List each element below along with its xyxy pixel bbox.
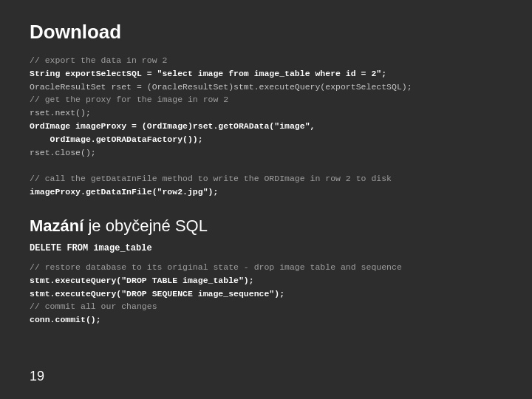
comment-1: // export the data in row 2 <box>30 55 167 65</box>
delete-label: DELETE FROM image_table <box>30 243 502 253</box>
code-line-11: imageProxy.getDataInFile("row2.jpg"); <box>30 185 502 199</box>
mazani-section: Mazání je obyčejné SQL DELETE FROM image… <box>30 199 502 327</box>
mazani-title-normal: je obyčejné SQL <box>83 216 208 235</box>
mazani-line-5: conn.commit(); <box>30 313 502 327</box>
mazani-comment-2: // commit all our changes <box>30 301 157 311</box>
code-bold-4: imageProxy.getDataInFile("row2.jpg"); <box>30 187 218 197</box>
code-line-3: OracleResultSet rset = (OracleResultSet)… <box>30 81 502 94</box>
download-code: // export the data in row 2 String expor… <box>30 54 502 199</box>
mazani-line-4: // commit all our changes <box>30 300 502 313</box>
code-line-9 <box>30 160 502 173</box>
mazani-title-bold: Mazání <box>30 216 83 235</box>
code-line-7: OrdImage.getORADataFactory()); <box>30 133 502 146</box>
mazani-bold-1: stmt.executeQuery("DROP TABLE image_tabl… <box>30 276 254 285</box>
mazani-line-2: stmt.executeQuery("DROP TABLE image_tabl… <box>30 274 502 287</box>
code-bold-1: String exportSelectSQL = "select image f… <box>30 69 386 78</box>
code-bold-3: OrdImage.getORADataFactory()); <box>30 134 203 144</box>
mazani-line-1: // restore database to its original stat… <box>30 261 502 274</box>
code-line-5: rset.next(); <box>30 106 502 120</box>
page: Download // export the data in row 2 Str… <box>0 0 532 399</box>
mazani-line-3: stmt.executeQuery("DROP SEQUENCE image_s… <box>30 287 502 301</box>
comment-2: // get the proxy for the image in row 2 <box>30 95 228 104</box>
page-number: 19 <box>30 361 502 384</box>
code-bold-2: OrdImage imageProxy = (OrdImage)rset.get… <box>30 121 315 131</box>
code-line-8: rset.close(); <box>30 146 502 160</box>
code-line-1: // export the data in row 2 <box>30 54 502 67</box>
code-line-10: // call the getDataInFile method to writ… <box>30 172 502 185</box>
code-line-2: String exportSelectSQL = "select image f… <box>30 67 502 81</box>
code-line-6: OrdImage imageProxy = (OrdImage)rset.get… <box>30 120 502 133</box>
mazani-bold-2: stmt.executeQuery("DROP SEQUENCE image_s… <box>30 289 284 299</box>
mazani-comment-1: // restore database to its original stat… <box>30 262 402 272</box>
mazani-bold-3: conn.commit(); <box>30 315 101 324</box>
download-title: Download <box>30 21 502 44</box>
comment-3: // call the getDataInFile method to writ… <box>30 174 392 183</box>
mazani-code: // restore database to its original stat… <box>30 261 502 327</box>
download-section: Download // export the data in row 2 Str… <box>30 21 502 199</box>
mazani-title: Mazání je obyčejné SQL <box>30 216 502 236</box>
code-line-4: // get the proxy for the image in row 2 <box>30 93 502 106</box>
